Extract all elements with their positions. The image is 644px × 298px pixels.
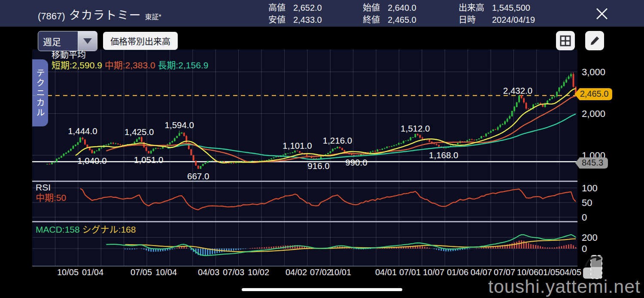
annotation-label: 1,051.0	[134, 155, 163, 165]
technical-tab[interactable]: テクニカル	[32, 59, 48, 126]
rsi-axis-label: 100	[582, 183, 598, 194]
stat-col-open-close: 始値 2,640.0 終値 2,465.0	[363, 3, 416, 25]
stat-high: 高値 2,652.0	[268, 3, 322, 13]
close-icon	[593, 5, 611, 22]
stat-col-volume-date: 出来高 1,545,500 日時 2024/04/19	[459, 3, 535, 25]
rsi-axis-label: 0	[582, 212, 587, 223]
stock-chart-app: { "header": { "code": "(7867)", "name": …	[0, 0, 644, 298]
rsi-legend: RSI 中期:50	[36, 182, 66, 203]
stock-title: (7867) タカラトミー 東証*	[38, 6, 161, 23]
x-axis-label: 01/06	[447, 267, 468, 277]
dropdown-arrow-button[interactable]	[78, 31, 97, 51]
dashed-level-label: 2,432.0	[503, 86, 532, 95]
pane-divider	[32, 266, 577, 267]
annotation-label: 1,594.0	[165, 120, 194, 130]
draw-button[interactable]	[585, 31, 604, 50]
technical-tab-label: テクニカル	[34, 68, 46, 118]
stat-open: 始値 2,640.0	[363, 3, 416, 13]
level-badge-label: 845.3	[582, 158, 603, 167]
stat-datetime: 日時 2024/04/19	[459, 15, 535, 25]
ma-mid-value: 中期:2,383.0	[105, 60, 155, 70]
macd-value: MACD:158	[36, 224, 80, 234]
rsi-value: 中期:50	[36, 193, 66, 203]
stock-code: (7867)	[38, 11, 65, 22]
pane-divider	[32, 221, 577, 222]
x-axis-label: 10/04	[155, 267, 177, 277]
x-axis-label: 04/01	[375, 267, 397, 277]
annotation-label: 1,040.0	[77, 156, 106, 166]
timeframe-selected-value: 週足	[38, 31, 78, 51]
annotation-label: 916.0	[307, 161, 329, 171]
pencil-icon	[589, 35, 601, 47]
header-bar: (7867) タカラトミー 東証* 高値 2,652.0 安値 2,433.0 …	[0, 0, 644, 27]
price-axis-label: 3,000	[582, 67, 605, 77]
macd-legend: MACD:158 シグナル:168	[36, 224, 136, 235]
stat-volume: 出来高 1,545,500	[459, 3, 535, 13]
annotation-label: 1,101.0	[283, 141, 312, 151]
stock-exchange: 東証*	[145, 11, 161, 22]
pane-divider	[32, 181, 577, 182]
x-axis-label: 10/01	[330, 267, 351, 277]
stat-col-high-low: 高値 2,652.0 安値 2,433.0	[268, 3, 322, 25]
annotation-label: 1,216.0	[323, 135, 352, 145]
close-button[interactable]	[593, 5, 611, 22]
x-axis-label: 10/02	[248, 267, 269, 277]
x-axis-label: 10/05	[57, 267, 79, 277]
grid-icon	[559, 35, 571, 47]
moving-average-legend: 移動平均 短期:2,590.9 中期:2,383.0 長期:2,156.9	[52, 50, 208, 71]
x-axis-label: 07/05	[131, 267, 152, 277]
grid-layout-button[interactable]	[556, 31, 575, 50]
ma-short-value: 短期:2,590.9	[52, 60, 102, 70]
stat-close: 終値 2,465.0	[363, 15, 416, 25]
rsi-axis-label: 50	[582, 197, 592, 208]
rsi-title: RSI	[36, 182, 66, 193]
annotation-label: 1,168.0	[429, 150, 458, 160]
annotation-label: 1,425.0	[125, 127, 154, 137]
annotation-label: 1,444.0	[68, 126, 97, 136]
stock-name: タカラトミー	[69, 6, 141, 23]
chevron-down-icon	[83, 38, 92, 44]
x-axis-label: 04/07	[471, 267, 492, 277]
x-axis-label: 04/02	[286, 267, 307, 277]
watermark: toushi.yattemi.net	[488, 276, 641, 297]
current-price-badge-label: 2,465.0	[580, 89, 609, 98]
x-axis-label: 10/06	[517, 267, 538, 277]
x-axis-label: 01/05	[538, 267, 560, 277]
price-axis-label: 2,000	[582, 108, 605, 119]
annotation-label: 1,512.0	[401, 123, 430, 133]
x-axis-label: 07/01	[399, 267, 421, 277]
timeframe-select[interactable]: 週足	[38, 31, 97, 51]
ma-legend-title: 移動平均	[52, 50, 208, 60]
stat-low: 安値 2,433.0	[268, 15, 322, 25]
signal-value: シグナル:168	[82, 224, 136, 234]
ma-long-value: 長期:2,156.9	[158, 60, 209, 70]
x-axis-label: 04/03	[198, 267, 219, 277]
annotation-label: 667.0	[187, 171, 209, 181]
home-indicator	[242, 288, 402, 291]
x-axis-label: 04/05	[560, 267, 581, 277]
x-axis-label: 07/03	[223, 267, 244, 277]
x-axis-label: 07/02	[310, 267, 331, 277]
volume-by-price-button[interactable]: 価格帯別出来高	[103, 32, 178, 50]
x-axis-label: 01/04	[82, 267, 103, 277]
annotation-label: 990.0	[345, 157, 367, 167]
x-axis-label: 07/07	[494, 267, 515, 277]
macd-axis-label: 200	[582, 232, 598, 243]
x-axis-label: 10/07	[423, 267, 444, 277]
